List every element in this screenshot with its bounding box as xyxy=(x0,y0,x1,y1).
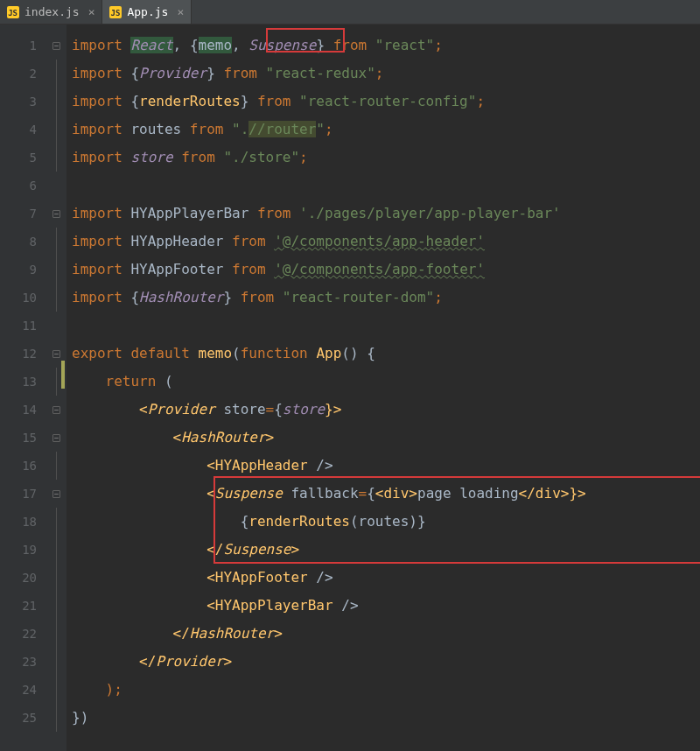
fold-icon[interactable] xyxy=(52,350,60,358)
code-line: </HashRouter> xyxy=(72,620,700,648)
change-marker xyxy=(61,361,65,389)
code-line: import HYAppHeader from '@/components/ap… xyxy=(72,228,700,256)
code-line xyxy=(72,312,700,340)
fold-icon[interactable] xyxy=(52,490,60,498)
code-line: <HYAppFooter /> xyxy=(72,564,700,592)
close-icon[interactable]: × xyxy=(88,5,95,18)
code-editor[interactable]: 1234567891011121314151617181920212223242… xyxy=(0,25,700,751)
code-line: <HYAppPlayerBar /> xyxy=(72,592,700,620)
code-line: <HashRouter> xyxy=(72,424,700,452)
fold-icon[interactable] xyxy=(52,210,60,218)
code-line: import HYAppFooter from '@/components/ap… xyxy=(72,256,700,284)
code-line: return ( xyxy=(72,368,700,396)
code-line: <Provider store={store}> xyxy=(72,396,700,424)
fold-icon[interactable] xyxy=(52,434,60,442)
code-line: import {renderRoutes} from "react-router… xyxy=(72,88,700,116)
code-line: </Provider> xyxy=(72,648,700,676)
code-line: }) xyxy=(72,704,700,732)
js-file-icon: JS xyxy=(109,6,122,18)
code-line: {renderRoutes(routes)} xyxy=(72,508,700,536)
code-line: import routes from ".//router"; xyxy=(72,116,700,144)
code-line: export default memo(function App() { xyxy=(72,340,700,368)
code-line: import {HashRouter} from "react-router-d… xyxy=(72,284,700,312)
close-icon[interactable]: × xyxy=(177,5,184,18)
code-line: import {Provider} from "react-redux"; xyxy=(72,60,700,88)
code-line: ); xyxy=(72,676,700,704)
code-line xyxy=(72,172,700,200)
js-file-icon: JS xyxy=(7,6,19,18)
tab-app-js[interactable]: JS App.js × xyxy=(102,0,192,24)
code-line: import store from "./store"; xyxy=(72,144,700,172)
code-area[interactable]: import React, {memo, Suspense} from "rea… xyxy=(66,25,700,751)
code-line: <Suspense fallback={<div>page loading</d… xyxy=(72,480,700,508)
code-line: </Suspense> xyxy=(72,536,700,564)
code-line: import HYAppPlayerBar from './pages/play… xyxy=(72,200,700,228)
tab-label: App.js xyxy=(127,5,168,18)
line-number-gutter: 1234567891011121314151617181920212223242… xyxy=(0,25,51,751)
code-line: <HYAppHeader /> xyxy=(72,452,700,480)
tab-bar: JS index.js × JS App.js × xyxy=(0,0,700,25)
tab-label: index.js xyxy=(24,5,80,18)
code-line: import React, {memo, Suspense} from "rea… xyxy=(72,32,700,60)
fold-icon[interactable] xyxy=(52,406,60,414)
fold-icon[interactable] xyxy=(52,42,60,50)
tab-index-js[interactable]: JS index.js × xyxy=(0,0,102,24)
